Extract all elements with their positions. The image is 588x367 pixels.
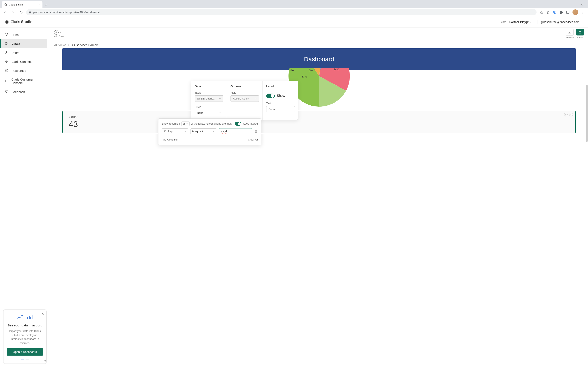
play-icon: [568, 30, 571, 34]
panel-icon[interactable]: [566, 10, 570, 14]
sidebar-label: Claris Customer Console: [11, 78, 43, 85]
close-tab-icon[interactable]: ×: [38, 3, 40, 7]
team-dropdown[interactable]: Partner Playgr...: [509, 20, 535, 24]
svg-point-22: [566, 114, 566, 115]
filter-popup: Show records if all of the following con…: [158, 118, 261, 145]
toolbar-label: Preview: [566, 36, 574, 39]
scrollbar[interactable]: [586, 85, 588, 142]
collapse-sidebar-icon[interactable]: [43, 359, 47, 363]
toolbar: + Add Object Preview Share: [50, 28, 588, 40]
filter-select[interactable]: None: [195, 110, 223, 116]
config-label: Filter: [195, 105, 223, 108]
delete-condition-icon[interactable]: [254, 129, 258, 133]
svg-rect-12: [5, 44, 6, 45]
config-section-title: Label: [266, 85, 295, 88]
user-menu[interactable]: gwashburne@dbservices.com: [541, 20, 583, 24]
breadcrumb-root[interactable]: All Views: [54, 43, 67, 47]
more-icon[interactable]: ⋯: [569, 113, 573, 117]
pie-chart[interactable]: Pen 0% 13% 34% Pen Set 1: [62, 68, 576, 109]
new-tab-button[interactable]: +: [43, 2, 49, 8]
sidebar-item-feedback[interactable]: Feedback: [0, 87, 47, 96]
toggle-label: Show: [277, 94, 285, 98]
add-condition-button[interactable]: Add Condition: [162, 137, 178, 142]
sidebar-item-hubs[interactable]: Hubs: [0, 30, 47, 39]
keep-filtered-label: Keep filtered: [243, 122, 258, 125]
team-label: Team: [500, 21, 506, 24]
share-icon[interactable]: [540, 10, 544, 14]
condition-field-select[interactable]: ARep: [162, 128, 188, 134]
close-icon[interactable]: ×: [42, 312, 44, 316]
claris-logo-icon: [5, 20, 9, 24]
add-object-button[interactable]: +: [54, 30, 62, 35]
config-label: Table: [195, 91, 223, 94]
clear-all-button[interactable]: Clear All: [248, 137, 258, 142]
filter-suffix: of the following conditions are met:: [191, 122, 232, 125]
preview-button[interactable]: [566, 29, 573, 35]
lock-icon: [29, 11, 31, 14]
dashboard-title-bar[interactable]: Dashboard ═: [62, 48, 576, 70]
back-button[interactable]: [2, 9, 8, 16]
carousel-dots[interactable]: [7, 359, 43, 359]
sidebar-label: Resources: [11, 69, 26, 72]
sidebar-label: Users: [11, 51, 19, 54]
chevron-down-icon[interactable]: [578, 3, 586, 8]
sidebar-label: Claris Connect: [11, 60, 31, 63]
open-dashboard-button[interactable]: Open a Dashboard: [7, 348, 43, 356]
chevron-down-icon: [60, 31, 62, 34]
pie-pct: 34%: [334, 68, 339, 71]
condition-value-input[interactable]: Kivell: [219, 128, 252, 134]
feedback-icon: [5, 90, 9, 94]
reload-button[interactable]: [18, 9, 25, 16]
favicon-icon: [4, 3, 7, 6]
sidebar-item-console[interactable]: Claris Customer Console: [0, 75, 47, 87]
sidebar-item-users[interactable]: Users: [0, 48, 47, 57]
dashboard-title: Dashboard: [304, 56, 334, 62]
users-icon: [5, 51, 9, 54]
field-select[interactable]: Record Count: [231, 95, 259, 102]
svg-rect-16: [5, 80, 8, 82]
chevron-down-icon: [184, 130, 186, 133]
keep-filtered-toggle[interactable]: [235, 122, 241, 125]
app-header: Claris Studio Team Partner Playgr... gwa…: [0, 16, 588, 28]
svg-point-14: [6, 51, 7, 53]
count-card[interactable]: ⋯ Count 43: [62, 111, 576, 133]
share-icon: [579, 31, 582, 34]
logo-text-light: Claris: [11, 20, 20, 24]
promo-card: × See your data in action. Import your d…: [3, 309, 47, 364]
table-select[interactable]: DB Dashb...: [195, 95, 223, 102]
console-icon: [5, 79, 9, 83]
address-bar[interactable]: platform.claris.com/console/apps?a=405&m…: [26, 9, 536, 15]
match-mode-select[interactable]: all: [181, 122, 190, 126]
tab-title: Claris Studio: [9, 3, 23, 6]
share-button[interactable]: [576, 29, 584, 35]
star-icon[interactable]: [546, 10, 550, 14]
svg-point-5: [583, 12, 583, 12]
condition-operator-select[interactable]: Is equal to: [190, 128, 217, 134]
chevron-down-icon: [532, 21, 534, 23]
svg-point-4: [583, 11, 583, 11]
show-toggle[interactable]: [266, 94, 275, 98]
forward-button[interactable]: [10, 9, 16, 16]
sidebar-item-resources[interactable]: Resources: [0, 66, 47, 75]
sidebar-item-connect[interactable]: Claris Connect: [0, 57, 47, 66]
svg-rect-13: [7, 44, 8, 45]
label-text-input[interactable]: [266, 106, 295, 112]
svg-rect-10: [5, 42, 6, 43]
extensions-icon[interactable]: [559, 10, 563, 14]
browser-tab[interactable]: Claris Studio ×: [2, 1, 43, 8]
extension-1password-icon[interactable]: [553, 10, 557, 14]
chevron-down-icon: [254, 98, 257, 100]
browser-tab-strip: Claris Studio × +: [0, 0, 588, 8]
browser-menu-icon[interactable]: [581, 10, 585, 14]
logo-text-bold: Studio: [21, 20, 33, 24]
sidebar: Hubs Views Users Claris Connect Resource…: [0, 28, 50, 367]
svg-rect-19: [30, 317, 31, 319]
profile-avatar[interactable]: [572, 9, 578, 15]
svg-point-7: [6, 33, 6, 34]
sidebar-item-views[interactable]: Views: [0, 39, 47, 48]
logo[interactable]: Claris Studio: [5, 20, 33, 24]
svg-text:A: A: [164, 131, 165, 132]
svg-rect-11: [7, 42, 8, 43]
config-label: Field: [231, 91, 259, 94]
gear-icon[interactable]: [564, 113, 568, 117]
